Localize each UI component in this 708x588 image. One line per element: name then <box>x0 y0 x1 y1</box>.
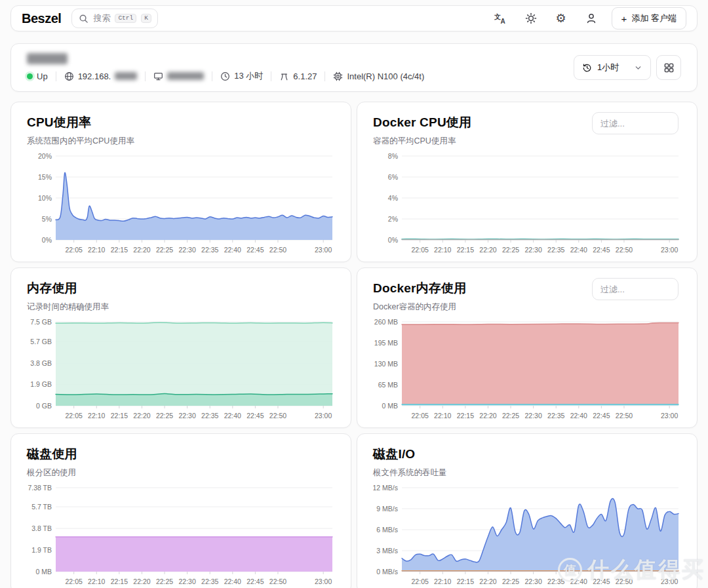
svg-text:195 MB: 195 MB <box>374 339 398 347</box>
svg-text:23:00: 23:00 <box>661 246 678 254</box>
cpu-chip-icon <box>333 71 343 81</box>
time-range-value: 1小时 <box>597 62 619 73</box>
svg-text:22:25: 22:25 <box>156 412 173 420</box>
docker-memory-chart: 260 MB195 MB130 MB65 MB0 MB22:0522:1022:… <box>373 318 681 424</box>
chart-subtitle: 根文件系统的吞吐量 <box>373 467 681 479</box>
user-menu-button[interactable] <box>581 9 601 28</box>
chart-title: CPU使用率 <box>27 114 335 131</box>
svg-text:22:45: 22:45 <box>246 412 264 420</box>
svg-text:22:25: 22:25 <box>156 246 173 254</box>
svg-text:22:30: 22:30 <box>524 578 541 585</box>
svg-text:0 MB: 0 MB <box>35 568 52 576</box>
svg-text:22:10: 22:10 <box>88 578 105 585</box>
top-navbar: Beszel 搜索 Ctrl K 文A ⚙ <box>10 5 698 31</box>
svg-text:22:45: 22:45 <box>246 246 264 254</box>
svg-text:22:30: 22:30 <box>524 412 541 420</box>
charts-grid: CPU使用率 系统范围内的平均CPU使用率 20%15%10%5%0%22:05… <box>10 102 698 588</box>
svg-text:1.9 TB: 1.9 TB <box>31 546 52 554</box>
server-cpu-model: Intel(R) N100 (4c/4t) <box>333 71 424 81</box>
svg-text:22:50: 22:50 <box>616 246 633 254</box>
chart-title: 磁盘I/O <box>373 446 681 463</box>
disk-io-chart: 12 MB/s9 MB/s6 MB/s3 MB/s0 MB/s22:0522:1… <box>373 484 681 588</box>
settings-button[interactable]: ⚙ <box>551 9 571 28</box>
svg-text:1.9 GB: 1.9 GB <box>30 380 52 388</box>
ip-prefix: 192.168. <box>78 71 111 81</box>
grid-icon <box>663 62 675 73</box>
docker-cpu-filter-input[interactable] <box>592 112 678 134</box>
svg-text:22:15: 22:15 <box>111 578 128 585</box>
svg-text:6 MB/s: 6 MB/s <box>376 526 398 534</box>
plus-icon: + <box>621 13 627 24</box>
disk-usage-chart: 7.38 TB5.7 TB3.8 TB1.9 TB0 MB22:0522:102… <box>27 484 335 588</box>
chart-title: 内存使用 <box>27 280 335 297</box>
svg-text:22:45: 22:45 <box>593 578 610 585</box>
svg-text:22:05: 22:05 <box>66 246 83 254</box>
svg-text:0 MB/s: 0 MB/s <box>376 568 398 576</box>
svg-text:22:30: 22:30 <box>178 578 195 585</box>
user-icon <box>585 12 597 24</box>
svg-text:文: 文 <box>494 12 501 20</box>
svg-text:12 MB/s: 12 MB/s <box>373 484 398 492</box>
theme-toggle-button[interactable] <box>521 9 541 28</box>
svg-text:5.7 GB: 5.7 GB <box>30 338 52 345</box>
uptime-value: 13 小时 <box>234 70 263 82</box>
time-range-select[interactable]: 1小时 <box>574 55 651 80</box>
svg-text:65 MB: 65 MB <box>378 381 398 389</box>
svg-text:22:15: 22:15 <box>111 246 128 254</box>
svg-text:7.5 GB: 7.5 GB <box>30 318 52 326</box>
svg-text:22:35: 22:35 <box>547 578 564 585</box>
svg-text:22:20: 22:20 <box>133 578 150 585</box>
kbd-k: K <box>141 14 151 24</box>
svg-text:23:00: 23:00 <box>315 578 332 585</box>
memory-usage-chart: 7.5 GB5.7 GB3.8 GB1.9 GB0 GB22:0522:1022… <box>27 318 335 424</box>
svg-text:22:35: 22:35 <box>201 578 218 585</box>
svg-text:23:00: 23:00 <box>661 578 678 585</box>
docker-cpu-chart: 8%6%4%2%0%22:0522:1022:1522:2022:2522:30… <box>373 152 681 258</box>
chart-title: 磁盘使用 <box>27 446 335 463</box>
svg-text:23:00: 23:00 <box>661 412 678 420</box>
svg-text:15%: 15% <box>38 173 52 181</box>
svg-text:22:10: 22:10 <box>88 412 105 420</box>
cpu-model-value: Intel(R) N100 (4c/4t) <box>347 71 424 81</box>
svg-text:22:20: 22:20 <box>479 412 496 420</box>
docker-cpu-card: Docker CPU使用 容器的平均CPU使用率 8%6%4%2%0%22:05… <box>357 102 698 262</box>
svg-text:22:20: 22:20 <box>133 246 150 254</box>
docker-memory-filter-input[interactable] <box>592 278 678 300</box>
svg-text:22:15: 22:15 <box>457 246 474 254</box>
memory-usage-card: 内存使用 记录时间的精确使用率 7.5 GB5.7 GB3.8 GB1.9 GB… <box>10 267 351 428</box>
disk-io-card: 磁盘I/O 根文件系统的吞吐量 12 MB/s9 MB/s6 MB/s3 MB/… <box>357 433 698 588</box>
svg-text:22:10: 22:10 <box>434 412 451 420</box>
disk-usage-card: 磁盘使用 根分区的使用 7.38 TB5.7 TB3.8 TB1.9 TB0 M… <box>10 433 351 588</box>
svg-text:22:10: 22:10 <box>434 578 451 585</box>
history-clock-icon <box>582 63 592 73</box>
svg-text:22:20: 22:20 <box>133 412 150 420</box>
svg-text:22:10: 22:10 <box>88 246 105 254</box>
search-placeholder: 搜索 <box>93 12 110 24</box>
svg-text:22:15: 22:15 <box>111 412 128 420</box>
gear-icon: ⚙ <box>556 12 566 24</box>
svg-text:22:35: 22:35 <box>547 412 564 420</box>
search-input[interactable]: 搜索 Ctrl K <box>71 9 158 28</box>
server-uptime: 13 小时 <box>220 70 263 82</box>
svg-text:22:50: 22:50 <box>616 578 633 585</box>
svg-text:260 MB: 260 MB <box>374 318 398 326</box>
add-client-button[interactable]: + 添加 客户端 <box>612 7 686 29</box>
svg-text:23:00: 23:00 <box>315 412 332 420</box>
svg-text:3 MB/s: 3 MB/s <box>376 547 398 555</box>
svg-text:0 GB: 0 GB <box>36 402 52 410</box>
cpu-usage-chart: 20%15%10%5%0%22:0522:1022:1522:2022:2522… <box>27 152 335 258</box>
language-button[interactable]: 文A <box>491 9 511 28</box>
svg-text:3.8 GB: 3.8 GB <box>30 359 52 367</box>
status-badge: Up <box>27 71 48 81</box>
docker-memory-card: Docker内存使用 Docker容器的内存使用 260 MB195 MB130… <box>357 267 698 428</box>
svg-text:22:25: 22:25 <box>502 412 519 420</box>
cpu-usage-card: CPU使用率 系统范围内的平均CPU使用率 20%15%10%5%0%22:05… <box>10 102 351 262</box>
monitor-icon <box>153 71 163 81</box>
svg-text:22:30: 22:30 <box>178 412 195 420</box>
svg-text:22:35: 22:35 <box>201 412 218 420</box>
svg-text:3.8 TB: 3.8 TB <box>31 524 52 532</box>
chart-subtitle: 记录时间的精确使用率 <box>27 302 335 313</box>
layout-grid-button[interactable] <box>656 55 681 80</box>
svg-text:22:35: 22:35 <box>547 246 564 254</box>
svg-text:6%: 6% <box>388 173 398 181</box>
